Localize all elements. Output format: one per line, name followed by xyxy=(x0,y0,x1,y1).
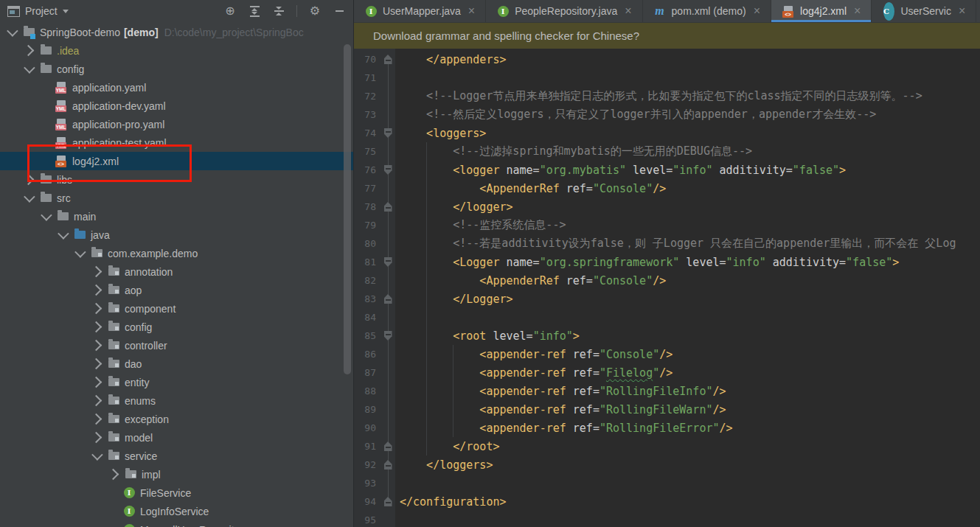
code-line[interactable]: 91 </root> xyxy=(354,437,980,456)
fold-marker-down[interactable] xyxy=(384,331,392,341)
code-line[interactable]: 77 <AppenderRef ref="Console"/> xyxy=(354,179,980,198)
code-line[interactable]: 72 <!--Logger节点用来单独指定日志的形式，比如要为指定包下的clas… xyxy=(354,87,980,105)
editor-tab[interactable]: mpom.xml (demo)× xyxy=(643,0,771,22)
chevron-right-icon[interactable] xyxy=(91,303,102,315)
tree-item[interactable]: component xyxy=(0,299,353,318)
code-line[interactable]: 84 xyxy=(354,308,980,327)
tree-item[interactable]: exception xyxy=(0,410,353,428)
tree-item[interactable]: IMaxwellUserRepository xyxy=(0,520,353,527)
tree-item[interactable]: YMLapplication.yaml xyxy=(0,78,353,97)
close-tab-icon[interactable]: × xyxy=(854,5,861,17)
fold-marker-up[interactable] xyxy=(384,202,392,212)
chevron-right-icon[interactable] xyxy=(23,45,35,57)
tree-item[interactable]: SpringBoot-demo[demo]D:\code\my_project\… xyxy=(0,23,353,41)
project-view-selector[interactable]: Project xyxy=(7,5,69,17)
code-line[interactable]: 83 </Logger> xyxy=(354,290,980,308)
close-tab-icon[interactable]: × xyxy=(625,5,631,17)
close-tab-icon[interactable]: × xyxy=(959,5,965,17)
tree-item[interactable]: aop xyxy=(0,281,353,299)
tree-item[interactable]: YMLapplication-dev.yaml xyxy=(0,97,353,115)
hide-panel-icon[interactable] xyxy=(333,4,346,18)
fold-marker-up[interactable] xyxy=(384,442,392,451)
fold-marker-up[interactable] xyxy=(384,55,392,64)
code-line[interactable]: 94</configuration> xyxy=(354,492,980,511)
collapse-all-icon[interactable] xyxy=(272,4,285,18)
tree-item[interactable]: IFileService xyxy=(0,484,353,502)
tree-item[interactable]: service xyxy=(0,447,353,465)
tree-item[interactable]: config xyxy=(0,318,353,336)
chevron-down-icon[interactable] xyxy=(91,449,103,461)
chevron-right-icon[interactable] xyxy=(91,358,102,370)
tree-item[interactable]: config xyxy=(0,60,353,78)
code-line[interactable]: 87 <appender-ref ref="Filelog"/> xyxy=(354,363,980,382)
code-line[interactable]: 81 <Logger name="org.springframework" le… xyxy=(354,253,980,271)
line-number: 85 xyxy=(354,330,376,341)
locate-file-icon[interactable]: ⊕ xyxy=(223,4,237,18)
code-line[interactable]: 78 </logger> xyxy=(354,198,980,216)
code-line[interactable]: 93 xyxy=(354,474,980,492)
close-tab-icon[interactable]: × xyxy=(754,5,760,17)
chevron-right-icon[interactable] xyxy=(91,377,102,388)
code-line[interactable]: 73 <!--然后定义loggers，只有定义了logger并引入的append… xyxy=(354,105,980,124)
chevron-right-icon[interactable] xyxy=(91,266,102,278)
fold-marker-down[interactable] xyxy=(384,128,392,138)
tree-item[interactable]: src xyxy=(0,189,353,207)
chevron-right-icon[interactable] xyxy=(91,285,102,296)
code-line[interactable]: 71 xyxy=(354,69,980,87)
tree-item[interactable]: YMLapplication-pro.yaml xyxy=(0,115,353,133)
code-line[interactable]: 85 <root level="info"> xyxy=(354,327,980,345)
close-tab-icon[interactable]: × xyxy=(468,5,475,17)
code-line[interactable]: 95 xyxy=(354,511,980,527)
expand-all-icon[interactable] xyxy=(248,4,261,18)
chevron-down-icon[interactable] xyxy=(74,246,86,258)
editor-tab[interactable]: IPeopleRepository.java× xyxy=(486,0,642,22)
tree-item[interactable]: .idea xyxy=(0,41,353,60)
scrollbar-thumb[interactable] xyxy=(344,44,351,374)
code-line[interactable]: 76 <logger name="org.mybatis" level="inf… xyxy=(354,161,980,179)
fold-marker-up[interactable] xyxy=(384,294,392,304)
editor-code-area[interactable]: 70 </appenders>7172 <!--Logger节点用来单独指定日志… xyxy=(354,49,980,527)
editor-tab[interactable]: CUserServic× xyxy=(872,0,976,22)
fold-marker-down[interactable] xyxy=(384,165,392,175)
chevron-down-icon[interactable] xyxy=(24,191,35,203)
chevron-down-icon[interactable] xyxy=(58,228,69,240)
code-line[interactable]: 79 <!--监控系统信息--> xyxy=(354,216,980,234)
editor-tab[interactable]: IUserMapper.java× xyxy=(354,0,486,22)
tree-item[interactable]: ILogInfoService xyxy=(0,502,353,520)
code-line[interactable]: 74 <loggers> xyxy=(354,124,980,142)
chevron-right-icon[interactable] xyxy=(91,432,102,444)
chevron-right-icon[interactable] xyxy=(91,321,102,333)
settings-gear-icon[interactable]: ⚙ xyxy=(308,4,322,18)
tree-item[interactable]: com.example.demo xyxy=(0,244,353,262)
chevron-down-icon[interactable] xyxy=(41,209,52,221)
notification-banner[interactable]: Download grammar and spelling checker fo… xyxy=(354,22,980,49)
code-line[interactable]: 75 <!--过滤掉spring和mybatis的一些无用的DEBUG信息--> xyxy=(354,142,980,161)
fold-marker-up[interactable] xyxy=(384,497,392,506)
code-line[interactable]: 92 </loggers> xyxy=(354,456,980,474)
chevron-right-icon[interactable] xyxy=(91,413,102,425)
code-line[interactable]: 88 <appender-ref ref="RollingFileInfo"/> xyxy=(354,382,980,400)
chevron-right-icon[interactable] xyxy=(108,469,119,481)
tree-item[interactable]: impl xyxy=(0,465,353,484)
code-line[interactable]: 86 <appender-ref ref="Console"/> xyxy=(354,345,980,363)
code-line[interactable]: 70 </appenders> xyxy=(354,50,980,69)
code-line[interactable]: 80 <!--若是additivity设为false，则 子Logger 只会在… xyxy=(354,234,980,253)
code-line[interactable]: 90 <appender-ref ref="RollingFileError"/… xyxy=(354,419,980,437)
fold-marker-up[interactable] xyxy=(384,460,392,470)
chevron-down-icon[interactable] xyxy=(24,62,35,74)
tree-item[interactable]: dao xyxy=(0,355,353,373)
tree-item[interactable]: annotation xyxy=(0,262,353,281)
tree-item[interactable]: controller xyxy=(0,336,353,355)
tree-item[interactable]: model xyxy=(0,428,353,447)
tree-item[interactable]: enums xyxy=(0,391,353,410)
tree-item[interactable]: java xyxy=(0,226,353,244)
code-line[interactable]: 82 <AppenderRef ref="Console"/> xyxy=(354,271,980,290)
chevron-right-icon[interactable] xyxy=(91,340,102,352)
tree-item[interactable]: entity xyxy=(0,373,353,391)
code-line[interactable]: 89 <appender-ref ref="RollingFileWarn"/> xyxy=(354,400,980,419)
chevron-down-icon[interactable] xyxy=(7,25,18,37)
fold-marker-down[interactable] xyxy=(384,257,392,267)
chevron-right-icon[interactable] xyxy=(91,395,102,407)
editor-tab[interactable]: <>log4j2.xml× xyxy=(771,0,872,22)
tree-item[interactable]: main xyxy=(0,207,353,226)
